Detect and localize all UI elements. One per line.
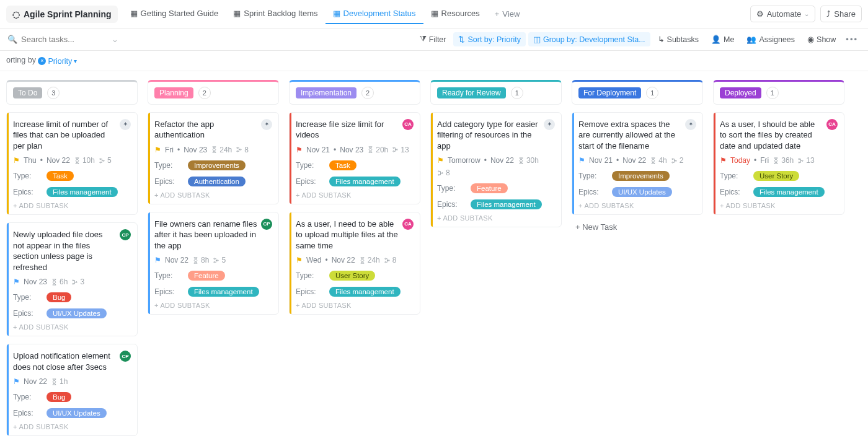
time-estimate: 30h bbox=[518, 156, 539, 165]
priority-ribbon bbox=[148, 212, 150, 315]
new-task-button[interactable]: + New Task bbox=[572, 222, 703, 232]
svg-point-26 bbox=[802, 160, 804, 161]
group-button[interactable]: ◫Group by: Development Sta... bbox=[528, 32, 650, 46]
column-header[interactable]: Ready for Review1 bbox=[430, 80, 562, 105]
add-subtask-button[interactable]: + ADD SUBTASK bbox=[13, 202, 131, 209]
add-subtask-button[interactable]: + ADD SUBTASK bbox=[296, 302, 414, 309]
share-button[interactable]: ⤴ Share bbox=[820, 6, 862, 22]
automate-button[interactable]: ⚙ Automate ⌄ bbox=[750, 6, 816, 22]
column-header[interactable]: For Deployment1 bbox=[572, 80, 703, 105]
chevron-down-icon[interactable]: ⌄ bbox=[112, 35, 118, 44]
type-pill[interactable]: User Story bbox=[329, 271, 375, 281]
priority-ribbon bbox=[148, 113, 150, 204]
add-subtask-button[interactable]: + ADD SUBTASK bbox=[13, 323, 131, 331]
count-pill: 1 bbox=[646, 87, 658, 99]
workspace-title[interactable]: ◌ Agile Sprint Planning bbox=[6, 6, 118, 23]
epics-pill[interactable]: Authentication bbox=[188, 177, 246, 186]
type-pill[interactable]: Feature bbox=[471, 183, 508, 193]
epics-field: Epics:Files management bbox=[720, 187, 838, 197]
epics-pill[interactable]: Files management bbox=[329, 287, 401, 297]
task-card[interactable]: Add category type for easier filtering o… bbox=[430, 112, 562, 228]
sort-button[interactable]: ⇅Sort by: Priority bbox=[453, 32, 525, 46]
type-pill[interactable]: Improvements bbox=[612, 171, 670, 181]
svg-point-12 bbox=[393, 147, 394, 149]
filter-button[interactable]: ⧩Filter bbox=[415, 32, 451, 46]
tab-sprint-backlog-items[interactable]: ▦Sprint Backlog Items bbox=[226, 4, 325, 24]
task-card[interactable]: Refactor the app authentication✦⚑Fri•Nov… bbox=[148, 112, 279, 204]
add-subtask-button[interactable]: + ADD SUBTASK bbox=[437, 214, 555, 222]
show-button[interactable]: ◉Show bbox=[802, 32, 841, 46]
epics-pill[interactable]: UI/UX Updates bbox=[46, 408, 107, 418]
task-card[interactable]: Increase file size limit for videosCA⚑No… bbox=[289, 112, 420, 204]
epics-field: Epics:Files management bbox=[13, 187, 131, 197]
tab-getting-started-guide[interactable]: ▦Getting Started Guide bbox=[123, 4, 226, 24]
column-header[interactable]: Planning2 bbox=[148, 80, 279, 105]
column-header[interactable]: Implementation2 bbox=[289, 80, 420, 105]
svg-point-2 bbox=[103, 160, 104, 161]
svg-point-1 bbox=[100, 162, 101, 163]
epics-pill[interactable]: Files management bbox=[753, 187, 825, 197]
task-card[interactable]: As a user, I need to be able to upload m… bbox=[289, 212, 420, 315]
search-input[interactable] bbox=[21, 35, 102, 44]
time-estimate: 4h bbox=[650, 156, 666, 165]
type-field: Type:User Story bbox=[296, 271, 414, 281]
me-button[interactable]: 👤Me bbox=[706, 32, 739, 46]
epics-field: Epics:Authentication bbox=[154, 177, 272, 186]
add-subtask-button[interactable]: + ADD SUBTASK bbox=[154, 302, 272, 309]
meta-sep: • bbox=[325, 256, 327, 264]
assignee-avatar[interactable]: CP bbox=[120, 229, 131, 240]
task-due: Nov 22 bbox=[622, 156, 646, 165]
add-subtask-button[interactable]: + ADD SUBTASK bbox=[13, 423, 131, 430]
remove-sort-icon[interactable]: × bbox=[38, 57, 46, 65]
assignee-avatar[interactable]: ✦ bbox=[685, 119, 696, 130]
column-header[interactable]: Deployed1 bbox=[713, 80, 844, 105]
task-card[interactable]: Remove extra spaces the are currently al… bbox=[572, 112, 703, 216]
assignee-avatar[interactable]: ✦ bbox=[544, 119, 555, 130]
assignees-button[interactable]: 👥Assignees bbox=[742, 32, 800, 46]
type-pill[interactable]: Task bbox=[46, 171, 74, 181]
type-pill[interactable]: Task bbox=[329, 160, 356, 170]
filter-label: Filter bbox=[429, 35, 446, 44]
more-menu[interactable]: ••• bbox=[843, 35, 861, 44]
epics-pill[interactable]: Files management bbox=[329, 177, 401, 186]
sort-chip[interactable]: × Priority ▾ bbox=[38, 57, 77, 66]
epics-pill[interactable]: Files management bbox=[471, 199, 542, 209]
time-estimate: 36h bbox=[773, 156, 794, 165]
task-card[interactable]: Increase limit of number of files that c… bbox=[6, 112, 138, 216]
epics-pill[interactable]: UI/UX Updates bbox=[46, 308, 107, 318]
type-pill[interactable]: Improvements bbox=[188, 160, 246, 170]
assignee-avatar[interactable]: CA bbox=[826, 119, 838, 130]
epics-pill[interactable]: Files management bbox=[188, 287, 259, 297]
epics-pill[interactable]: Files management bbox=[46, 187, 118, 197]
priority-ribbon bbox=[7, 113, 9, 215]
assignee-avatar[interactable]: ✦ bbox=[261, 119, 272, 130]
subtasks-icon: ↳ bbox=[658, 35, 665, 44]
add-subtask-button[interactable]: + ADD SUBTASK bbox=[720, 202, 838, 209]
type-label: Type: bbox=[13, 393, 46, 401]
assignee-avatar[interactable]: CP bbox=[261, 219, 272, 230]
add-view-button[interactable]: + View bbox=[487, 4, 528, 24]
tab-resources[interactable]: ▦Resources bbox=[423, 4, 487, 24]
add-subtask-button[interactable]: + ADD SUBTASK bbox=[296, 191, 414, 199]
type-pill[interactable]: User Story bbox=[753, 171, 799, 181]
type-pill[interactable]: Bug bbox=[46, 292, 71, 302]
epics-field: Epics:Files management bbox=[437, 199, 555, 209]
task-card[interactable]: File owners can rename files after it ha… bbox=[148, 212, 279, 315]
subtasks-button[interactable]: ↳Subtasks bbox=[653, 32, 704, 46]
epics-pill[interactable]: UI/UX Updates bbox=[612, 187, 672, 197]
task-card[interactable]: As a user, I should be able to sort the … bbox=[713, 112, 844, 216]
assignee-avatar[interactable]: CP bbox=[120, 351, 131, 362]
type-pill[interactable]: Feature bbox=[188, 271, 225, 281]
task-date: Nov 22 bbox=[165, 256, 188, 264]
task-card[interactable]: Upload notification element does not clo… bbox=[6, 344, 138, 436]
type-pill[interactable]: Bug bbox=[46, 392, 71, 402]
column-header[interactable]: To Do3 bbox=[6, 80, 138, 105]
add-subtask-button[interactable]: + ADD SUBTASK bbox=[578, 202, 696, 209]
add-subtask-button[interactable]: + ADD SUBTASK bbox=[154, 191, 272, 199]
assignee-avatar[interactable]: CA bbox=[402, 219, 414, 230]
assignee-avatar[interactable]: ✦ bbox=[120, 119, 131, 130]
assignee-avatar[interactable]: CA bbox=[402, 119, 414, 130]
tab-development-status[interactable]: ▦Development Status bbox=[326, 4, 423, 24]
task-card[interactable]: Newly uploaded file does not appear in t… bbox=[6, 222, 138, 336]
task-due: Nov 22 bbox=[332, 256, 355, 264]
